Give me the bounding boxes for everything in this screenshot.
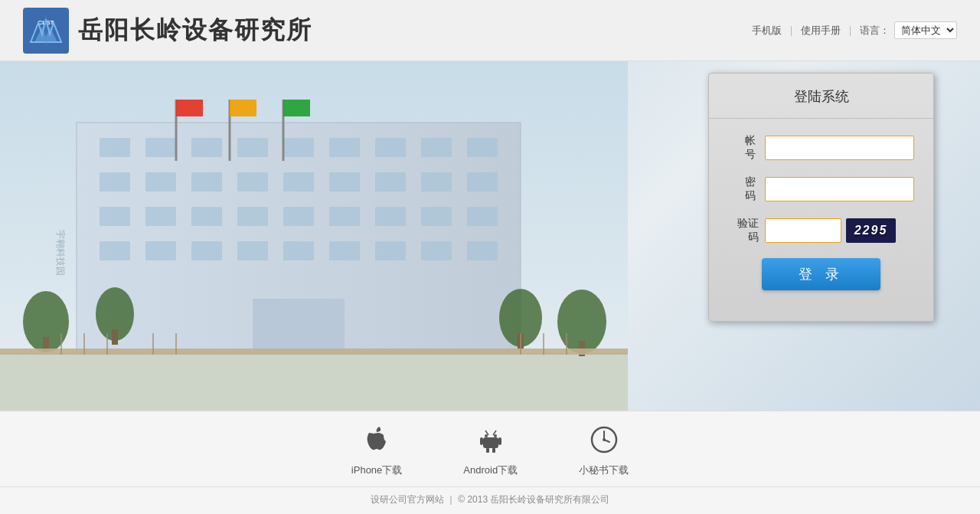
account-input[interactable] [765,136,914,160]
footer-area: iPhone下载 Android下载 [0,411,980,514]
android-download[interactable]: Android下载 [463,425,518,477]
svg-rect-23 [421,172,452,192]
svg-rect-26 [145,207,176,226]
svg-rect-8 [145,138,176,157]
mobile-version-link[interactable]: 手机版 [752,24,782,38]
company-logo: CLST [23,8,69,54]
svg-rect-27 [191,207,222,226]
apple-icon [362,425,391,459]
svg-rect-13 [375,138,406,157]
svg-text:宇翱科技园: 宇翱科技园 [55,230,66,276]
login-dialog: 登陆系统 帐 号 密 码 验证码 2295 登 录 [708,73,934,322]
xiaomi-download[interactable]: 小秘书下载 [579,425,629,477]
svg-rect-21 [329,172,360,192]
captcha-code: 2295 [854,224,888,237]
language-label: 语言： [860,24,890,38]
copyright-bar: 设研公司官方网站 ｜ © 2013 岳阳长岭设备研究所有限公司 [0,486,980,514]
svg-rect-38 [283,241,314,260]
svg-rect-18 [191,172,222,192]
main-area: 宇翱科技园 登陆系统 帐 号 密 码 验证码 2295 [0,61,980,411]
download-section: iPhone下载 Android下载 [0,411,980,486]
svg-rect-14 [421,138,452,157]
svg-rect-43 [253,299,345,352]
svg-rect-37 [237,241,268,260]
svg-rect-59 [0,349,628,355]
svg-rect-28 [237,207,268,226]
svg-rect-75 [492,448,495,453]
svg-rect-30 [329,207,360,226]
svg-rect-17 [145,172,176,192]
svg-rect-45 [176,100,203,116]
svg-rect-40 [375,241,406,260]
android-icon [476,425,505,459]
svg-rect-49 [283,100,310,116]
svg-rect-10 [237,138,268,157]
svg-line-81 [604,440,609,442]
svg-rect-34 [100,241,130,260]
svg-rect-16 [100,172,130,192]
login-form: 帐 号 密 码 验证码 2295 登 录 [709,119,933,298]
svg-rect-25 [100,207,130,226]
nav-separator-2: ｜ [845,24,855,38]
svg-rect-20 [283,172,314,192]
xiaomi-download-label: 小秘书下载 [579,463,629,477]
copyright-text: © 2013 岳阳长岭设备研究所有限公司 [458,494,609,505]
iphone-download[interactable]: iPhone下载 [351,425,402,477]
svg-rect-47 [230,100,256,116]
svg-rect-15 [467,138,498,157]
svg-rect-33 [467,207,498,226]
svg-rect-74 [486,448,489,453]
svg-rect-42 [467,241,498,260]
login-button[interactable]: 登 录 [762,258,880,290]
password-label: 密 码 [728,175,765,203]
copyright-separator: ｜ [446,494,458,505]
password-row: 密 码 [728,175,914,203]
svg-rect-54 [112,329,118,345]
background-svg: 宇翱科技园 [0,61,628,411]
company-site-link[interactable]: 设研公司官方网站 [371,494,444,505]
svg-rect-24 [467,172,498,192]
svg-rect-31 [375,207,406,226]
language-select[interactable]: 简体中文 English [894,21,957,39]
account-row: 帐 号 [728,134,914,162]
svg-rect-35 [145,241,176,260]
iphone-download-label: iPhone下载 [351,463,402,477]
svg-rect-22 [375,172,406,192]
svg-point-69 [485,434,488,437]
svg-rect-19 [237,172,268,192]
header-nav: 手机版 ｜ 使用手册 ｜ 语言： 简体中文 English [752,21,957,39]
svg-rect-73 [498,437,501,445]
svg-rect-41 [421,241,452,260]
svg-point-70 [494,434,497,437]
site-title: 岳阳长岭设备研究所 [78,14,312,47]
login-title: 登陆系统 [709,74,933,119]
svg-rect-12 [329,138,360,157]
svg-rect-29 [283,207,314,226]
manual-link[interactable]: 使用手册 [801,24,841,38]
login-button-row: 登 录 [728,258,914,290]
header: CLST 岳阳长岭设备研究所 手机版 ｜ 使用手册 ｜ 语言： 简体中文 Eng… [0,0,980,61]
captcha-input[interactable] [765,218,841,243]
svg-rect-72 [480,437,483,445]
clock-icon [590,425,619,459]
captcha-row: 验证码 2295 [728,217,914,244]
svg-rect-36 [191,241,222,260]
svg-rect-11 [283,138,314,157]
svg-rect-7 [100,138,130,157]
svg-rect-9 [191,138,222,157]
svg-rect-71 [483,437,498,448]
captcha-image[interactable]: 2295 [846,218,896,243]
svg-rect-39 [329,241,360,260]
account-label: 帐 号 [728,134,765,162]
svg-rect-50 [0,352,628,411]
password-input[interactable] [765,177,914,201]
nav-separator-1: ｜ [786,24,796,38]
logo-area: CLST 岳阳长岭设备研究所 [23,8,312,54]
captcha-label: 验证码 [728,217,765,244]
android-download-label: Android下载 [463,463,518,477]
svg-rect-32 [421,207,452,226]
